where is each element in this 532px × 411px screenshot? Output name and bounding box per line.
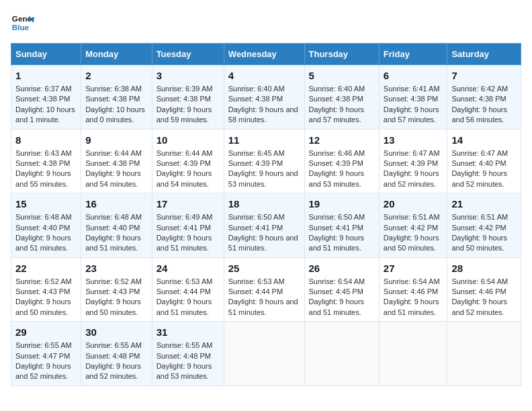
week-row-1: 1Sunrise: 6:37 AMSunset: 4:38 PMDaylight… [11,65,521,130]
sunset-text: Sunset: 4:44 PM [228,287,283,295]
daylight-text: Daylight: 9 hours and 56 minutes. [451,105,507,124]
calendar-cell: 1Sunrise: 6:37 AMSunset: 4:38 PMDaylight… [11,65,81,130]
calendar-cell: 25Sunrise: 6:53 AMSunset: 4:44 PMDayligh… [224,257,304,322]
sunrise-text: Sunrise: 6:42 AM [451,85,508,93]
sunrise-text: Sunrise: 6:41 AM [384,85,440,93]
daylight-text: Daylight: 9 hours and 55 minutes. [15,169,71,187]
sunrise-text: Sunrise: 6:54 AM [384,277,440,285]
calendar-cell: 21Sunrise: 6:51 AMSunset: 4:42 PMDayligh… [447,193,521,258]
sunset-text: Sunset: 4:38 PM [309,95,363,103]
week-row-5: 29Sunrise: 6:55 AMSunset: 4:47 PMDayligh… [11,322,521,386]
calendar-cell [379,322,447,386]
calendar-cell: 6Sunrise: 6:41 AMSunset: 4:38 PMDaylight… [379,65,447,130]
sunset-text: Sunset: 4:42 PM [451,224,506,232]
sunset-text: Sunset: 4:47 PM [15,352,70,360]
calendar-cell: 8Sunrise: 6:43 AMSunset: 4:38 PMDaylight… [11,129,81,193]
sunrise-text: Sunrise: 6:47 AM [384,149,440,157]
calendar-cell: 13Sunrise: 6:47 AMSunset: 4:39 PMDayligh… [379,129,447,193]
day-number: 13 [384,133,443,147]
calendar-cell: 24Sunrise: 6:53 AMSunset: 4:44 PMDayligh… [152,257,224,322]
daylight-text: Daylight: 9 hours and 52 minutes. [85,362,141,380]
day-number: 25 [228,261,300,275]
sunset-text: Sunset: 4:46 PM [384,287,438,295]
daylight-text: Daylight: 9 hours and 57 minutes. [384,105,439,124]
week-row-3: 15Sunrise: 6:48 AMSunset: 4:40 PMDayligh… [11,193,521,258]
header-tuesday: Tuesday [152,44,224,65]
calendar-cell: 22Sunrise: 6:52 AMSunset: 4:43 PMDayligh… [11,257,81,322]
daylight-text: Daylight: 9 hours and 53 minutes. [157,362,212,380]
daylight-text: Daylight: 9 hours and 51 minutes. [384,298,439,316]
calendar-cell [224,322,304,386]
daylight-text: Daylight: 9 hours and 50 minutes. [85,298,141,316]
calendar-cell: 15Sunrise: 6:48 AMSunset: 4:40 PMDayligh… [11,193,81,258]
day-number: 5 [309,68,375,83]
calendar-cell: 30Sunrise: 6:55 AMSunset: 4:48 PMDayligh… [81,322,152,386]
day-number: 2 [85,68,147,83]
daylight-text: Daylight: 9 hours and 51 minutes. [309,234,365,252]
day-number: 17 [157,197,220,211]
sunset-text: Sunset: 4:39 PM [157,159,211,167]
day-number: 29 [15,325,77,339]
sunset-text: Sunset: 4:39 PM [228,159,283,167]
sunrise-text: Sunrise: 6:37 AM [15,85,72,93]
sunrise-text: Sunrise: 6:43 AM [15,149,72,157]
daylight-text: Daylight: 9 hours and 50 minutes. [451,234,507,252]
sunrise-text: Sunrise: 6:52 AM [85,277,142,285]
header-thursday: Thursday [304,44,379,65]
sunrise-text: Sunrise: 6:54 AM [451,277,508,285]
day-number: 21 [451,197,517,211]
sunset-text: Sunset: 4:38 PM [228,95,283,103]
sunset-text: Sunset: 4:41 PM [309,224,363,232]
daylight-text: Daylight: 9 hours and 51 minutes. [157,234,212,252]
calendar-cell: 28Sunrise: 6:54 AMSunset: 4:46 PMDayligh… [447,257,521,322]
sunrise-text: Sunrise: 6:53 AM [228,277,285,285]
calendar-cell: 31Sunrise: 6:55 AMSunset: 4:48 PMDayligh… [152,322,224,386]
day-number: 12 [309,133,375,147]
day-number: 28 [451,261,517,275]
calendar-cell: 26Sunrise: 6:54 AMSunset: 4:45 PMDayligh… [304,257,379,322]
daylight-text: Daylight: 10 hours and 0 minutes. [85,105,145,124]
day-number: 26 [309,261,375,275]
daylight-text: Daylight: 9 hours and 51 minutes. [309,298,365,316]
logo-icon: General Blue [11,11,35,35]
daylight-text: Daylight: 9 hours and 54 minutes. [85,169,141,187]
sunrise-text: Sunrise: 6:53 AM [157,277,213,285]
sunset-text: Sunset: 4:40 PM [451,159,506,167]
sunrise-text: Sunrise: 6:44 AM [85,149,142,157]
sunset-text: Sunset: 4:46 PM [451,287,506,295]
calendar-cell: 4Sunrise: 6:40 AMSunset: 4:38 PMDaylight… [224,65,304,130]
header-friday: Friday [379,44,447,65]
svg-text:Blue: Blue [12,23,30,32]
sunrise-text: Sunrise: 6:51 AM [384,213,440,221]
logo: General Blue [11,11,35,35]
sunrise-text: Sunrise: 6:50 AM [228,213,285,221]
day-number: 19 [309,197,375,211]
day-number: 18 [228,197,300,211]
day-number: 23 [85,261,147,275]
daylight-text: Daylight: 9 hours and 51 minutes. [228,234,298,252]
sunrise-text: Sunrise: 6:39 AM [157,85,213,93]
sunrise-text: Sunrise: 6:52 AM [15,277,72,285]
header-saturday: Saturday [447,44,521,65]
daylight-text: Daylight: 9 hours and 50 minutes. [384,234,439,252]
day-number: 22 [15,261,77,275]
sunrise-text: Sunrise: 6:40 AM [309,85,365,93]
daylight-text: Daylight: 9 hours and 51 minutes. [15,234,71,252]
daylight-text: Daylight: 10 hours and 1 minute. [15,105,75,124]
daylight-text: Daylight: 9 hours and 51 minutes. [85,234,141,252]
calendar-cell: 20Sunrise: 6:51 AMSunset: 4:42 PMDayligh… [379,193,447,258]
sunrise-text: Sunrise: 6:48 AM [15,213,72,221]
day-number: 24 [157,261,220,275]
daylight-text: Daylight: 9 hours and 57 minutes. [309,105,365,124]
day-number: 10 [157,133,220,147]
sunset-text: Sunset: 4:38 PM [85,95,140,103]
sunset-text: Sunset: 4:39 PM [384,159,438,167]
sunrise-text: Sunrise: 6:48 AM [85,213,142,221]
day-number: 7 [451,68,517,83]
sunrise-text: Sunrise: 6:45 AM [228,149,285,157]
week-row-2: 8Sunrise: 6:43 AMSunset: 4:38 PMDaylight… [11,129,521,193]
daylight-text: Daylight: 9 hours and 52 minutes. [451,169,507,187]
sunrise-text: Sunrise: 6:47 AM [451,149,508,157]
calendar-cell: 17Sunrise: 6:49 AMSunset: 4:41 PMDayligh… [152,193,224,258]
calendar-header-row: SundayMondayTuesdayWednesdayThursdayFrid… [11,44,521,65]
